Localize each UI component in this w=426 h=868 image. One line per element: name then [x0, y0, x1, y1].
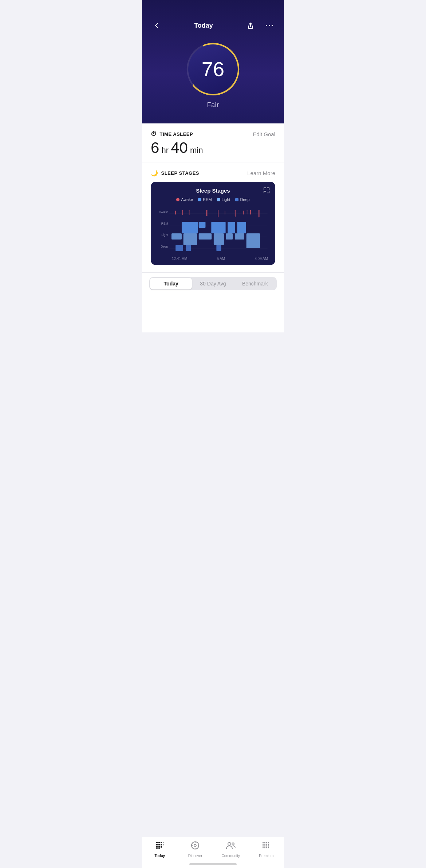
- svg-rect-17: [171, 233, 182, 240]
- svg-rect-16: [216, 245, 221, 251]
- content-area: ⏱ TIME ASLEEP Edit Goal 6 hr 40 min 🌙 SL…: [142, 123, 284, 332]
- top-bar-left: [151, 20, 162, 31]
- chart-svg-container: Awake REM Light Deep: [155, 207, 271, 255]
- svg-rect-18: [184, 233, 197, 245]
- svg-rect-19: [199, 233, 212, 240]
- svg-text:REM: REM: [161, 222, 168, 225]
- svg-point-0: [266, 25, 267, 26]
- time-asleep-label: ⏱ TIME ASLEEP: [151, 131, 193, 137]
- sleep-stages-header: 🌙 SLEEP STAGES Learn More: [151, 170, 275, 177]
- minutes-value: 40: [171, 139, 188, 156]
- sleep-stages-section: 🌙 SLEEP STAGES Learn More Sleep Stages A…: [142, 162, 284, 272]
- awake-dot: [176, 198, 180, 201]
- clock-icon: ⏱: [151, 131, 157, 137]
- svg-rect-28: [237, 222, 246, 233]
- share-button[interactable]: [245, 20, 256, 31]
- sleep-quality-label: Fair: [207, 101, 219, 109]
- score-container: 76 Fair: [142, 31, 284, 109]
- x-label-end: 8:09 AM: [255, 257, 268, 261]
- minutes-unit: min: [188, 146, 203, 155]
- legend-rem: REM: [198, 197, 212, 202]
- svg-rect-24: [182, 222, 198, 233]
- hours-unit: hr: [159, 146, 171, 155]
- tab-30day[interactable]: 30 Day Avg: [192, 278, 234, 289]
- score-ring: 76: [184, 40, 242, 98]
- svg-rect-21: [226, 233, 233, 240]
- learn-more-button[interactable]: Learn More: [247, 170, 275, 176]
- back-button[interactable]: [151, 20, 162, 31]
- svg-text:Deep: Deep: [161, 245, 168, 248]
- period-tabs: Today 30 Day Avg Benchmark: [149, 277, 277, 290]
- svg-text:Light: Light: [161, 233, 168, 237]
- top-bar-right: [245, 20, 275, 31]
- sleep-stages-label: 🌙 SLEEP STAGES: [151, 170, 199, 177]
- x-label-mid: 5 AM: [217, 257, 225, 261]
- edit-goal-button[interactable]: Edit Goal: [253, 131, 275, 137]
- chart-title: Sleep Stages: [155, 188, 271, 194]
- deep-dot: [235, 198, 238, 201]
- sleep-score: 76: [202, 59, 224, 79]
- svg-rect-25: [199, 222, 206, 228]
- moon-icon: 🌙: [151, 170, 158, 177]
- tab-benchmark[interactable]: Benchmark: [234, 278, 276, 289]
- legend-awake: Awake: [176, 197, 193, 202]
- legend-light: Light: [217, 197, 230, 202]
- time-asleep-section: ⏱ TIME ASLEEP Edit Goal 6 hr 40 min: [142, 123, 284, 162]
- legend-deep: Deep: [235, 197, 249, 202]
- svg-rect-27: [228, 222, 235, 233]
- svg-point-1: [269, 25, 270, 26]
- sleep-stages-chart: Sleep Stages Awake REM Light: [151, 182, 275, 265]
- light-dot: [217, 198, 220, 201]
- top-bar: Today: [142, 0, 284, 31]
- svg-point-2: [272, 25, 273, 26]
- page-title: Today: [194, 22, 213, 29]
- tabs-container: Today 30 Day Avg Benchmark: [142, 272, 284, 296]
- svg-rect-15: [186, 245, 191, 251]
- time-asleep-header: ⏱ TIME ASLEEP Edit Goal: [151, 131, 275, 137]
- hours-value: 6: [151, 139, 159, 156]
- chart-legend: Awake REM Light Deep: [155, 197, 271, 202]
- expand-chart-button[interactable]: [263, 187, 270, 196]
- rem-dot: [198, 198, 201, 201]
- svg-rect-22: [235, 233, 244, 240]
- svg-rect-26: [211, 222, 225, 233]
- svg-rect-14: [175, 245, 183, 251]
- hero-section: Today: [142, 0, 284, 123]
- time-asleep-value: 6 hr 40 min: [151, 139, 275, 156]
- x-label-start: 12:41 AM: [172, 257, 187, 261]
- svg-rect-23: [246, 233, 260, 248]
- more-button[interactable]: [264, 20, 275, 31]
- svg-text:Awake: Awake: [159, 210, 168, 214]
- chart-x-axis: 12:41 AM 5 AM 8:09 AM: [155, 255, 271, 261]
- tab-today[interactable]: Today: [150, 278, 192, 289]
- svg-rect-20: [214, 233, 224, 245]
